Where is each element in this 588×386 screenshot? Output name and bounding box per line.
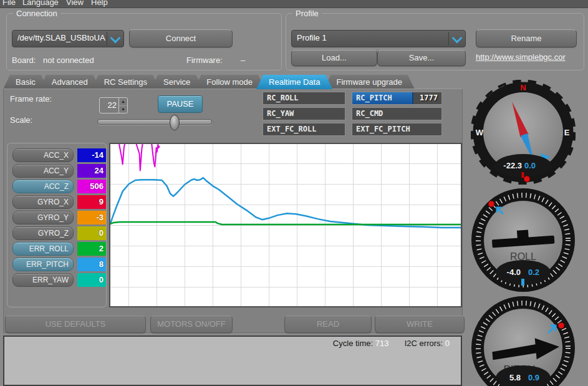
roll-zero-marker (521, 279, 524, 286)
tab-follow-mode[interactable]: Follow mode (194, 75, 265, 89)
compass-west-letter: W (476, 128, 484, 137)
rc-pitch-label: RC_PITCH (356, 92, 392, 104)
board-label: Board: (12, 55, 36, 65)
motors-onoff-button[interactable]: MOTORS ON/OFF (150, 316, 233, 333)
rc-roll-field: RC_ROLL (263, 92, 345, 105)
yaw-target-value: 0.0 (524, 161, 536, 170)
chevron-down-icon (110, 33, 121, 44)
legend-button-acc-z[interactable]: ACC_Z (12, 180, 74, 193)
board-status: not connected (43, 55, 94, 65)
legend-button-acc-y[interactable]: ACC_Y (12, 164, 74, 178)
legend-value-acc-z: 506 (77, 180, 106, 193)
yaw-value: -22.3 (503, 161, 522, 170)
tab-service[interactable]: Service (151, 75, 203, 89)
menu-file[interactable]: File (2, 0, 16, 7)
i2c-errors-label: I2C errors: (405, 339, 443, 348)
legend-button-gyro-z[interactable]: GYRO_Z (12, 226, 74, 240)
pitch-target-value: 0.9 (528, 373, 539, 382)
legend-button-err-roll[interactable]: ERR_ROLL (12, 242, 74, 256)
legend-button-acc-x[interactable]: ACC_X (12, 148, 74, 162)
profile-select[interactable]: Profile 1 (291, 30, 466, 47)
compass-east-letter: E (564, 128, 570, 137)
simplebgc-window: File Language View Help Connection /dev/… (0, 0, 588, 386)
frame-rate-label: Frame rate: (10, 94, 52, 104)
spinner-down-icon[interactable]: ▼ (119, 106, 127, 113)
legend-value-gyro-z: 0 (77, 226, 106, 240)
roll-target-value: 0.2 (528, 268, 539, 277)
roll-gauge: ROLL -4.0 0.2 (471, 188, 576, 292)
red-ball-marker (558, 322, 564, 329)
rc-cmd-field: RC_CMD (352, 107, 442, 120)
legend-value-err-yaw: 0 (77, 273, 106, 287)
menu-help[interactable]: Help (91, 0, 108, 7)
simplebgc-link[interactable]: http://www.simplebgc.cor (476, 52, 582, 62)
ext-fc-roll-label: EXT_FC_ROLL (267, 123, 316, 135)
write-button[interactable]: WRITE (375, 316, 465, 333)
series-legend: ACC_X -14 ACC_Y 24 ACC_Z 506 GYRO_X 9 GY… (7, 143, 107, 307)
legend-value-gyro-x: 9 (77, 195, 106, 209)
status-row: Cycle time: 713 I2C errors: 0 (333, 339, 450, 348)
scale-slider[interactable] (97, 119, 212, 125)
tab-rc-settings[interactable]: RC Settings (92, 75, 160, 89)
ext-fc-pitch-label: EXT_FC_PITCH (356, 123, 410, 135)
tab-realtime-data[interactable]: Realtime Data (256, 75, 332, 89)
rc-roll-label: RC_ROLL (267, 92, 299, 104)
red-ball-marker (524, 176, 530, 182)
port-select-value: /dev/tty.SLAB_USBtoUA... (17, 31, 106, 47)
south-marker (522, 172, 524, 178)
tab-firmware-upgrade[interactable]: Firmware upgrade (324, 75, 415, 89)
connection-groupbox: Connection /dev/tty.SLAB_USBtoUA... Conn… (6, 13, 282, 70)
menu-view[interactable]: View (66, 0, 84, 7)
pause-button[interactable]: PAUSE (158, 95, 203, 113)
status-panel: Cycle time: 713 I2C errors: 0 (3, 335, 462, 386)
roll-value: -4.0 (507, 268, 521, 277)
compass-north-letter: N (520, 83, 526, 92)
legend-value-acc-y: 24 (77, 164, 106, 178)
rename-button[interactable]: Rename (476, 29, 577, 47)
load-button[interactable]: Load... (291, 50, 377, 66)
cycle-time-value: 713 (375, 339, 389, 348)
ext-fc-pitch-field: EXT_FC_PITCH (352, 123, 442, 136)
frame-rate-value: 22 (100, 98, 117, 113)
tab-bar: Basic Advanced RC Settings Service Follo… (3, 75, 410, 89)
realtime-panel: Frame rate: 22 ▲ ▼ PAUSE Scale: RC_ROLL … (3, 89, 463, 333)
realtime-chart (109, 143, 462, 307)
rc-cmd-label: RC_CMD (356, 108, 383, 120)
pitch-gauge: PITCH 5.8 0.9 (471, 296, 576, 386)
legend-value-acc-x: -14 (77, 148, 106, 162)
menu-language[interactable]: Language (22, 0, 59, 7)
port-select[interactable]: /dev/tty.SLAB_USBtoUA... (12, 30, 124, 47)
read-button[interactable]: READ (284, 316, 372, 333)
legend-value-err-pitch: 8 (77, 258, 106, 271)
menu-bar: File Language View Help (0, 0, 588, 8)
gauge-column: N W E -22.3 0.0 ROLL (463, 74, 588, 386)
profile-groupbox: Profile Profile 1 Rename Load... Save...… (286, 13, 584, 70)
save-button[interactable]: Save... (377, 50, 466, 66)
use-defaults-button[interactable]: USE DEFAULTS (5, 316, 146, 333)
frame-rate-spinner[interactable]: 22 ▲ ▼ (99, 97, 128, 113)
yaw-compass-gauge: N W E -22.3 0.0 (471, 80, 576, 185)
legend-button-gyro-y[interactable]: GYRO_Y (12, 211, 74, 224)
red-ball-marker (488, 201, 494, 207)
scale-slider-handle[interactable] (170, 115, 180, 130)
chevron-down-icon (452, 33, 463, 44)
rc-yaw-field: RC_YAW (263, 107, 345, 120)
rc-yaw-label: RC_YAW (267, 108, 294, 120)
legend-button-err-yaw[interactable]: ERR_YAW (12, 273, 74, 287)
legend-value-err-roll: 2 (77, 242, 106, 256)
firmware-value: – (241, 55, 245, 65)
connection-title: Connection (13, 9, 60, 18)
pitch-value: 5.8 (509, 373, 521, 382)
cycle-time-label: Cycle time: (333, 339, 373, 348)
rc-pitch-field: RC_PITCH 1777 (352, 92, 442, 105)
chart-plot-area (110, 144, 461, 306)
ext-fc-roll-field: EXT_FC_ROLL (263, 123, 345, 136)
profile-title: Profile (292, 9, 322, 18)
i2c-errors-value: 0 (445, 339, 450, 348)
legend-button-err-pitch[interactable]: ERR_PITCH (12, 258, 74, 271)
spinner-up-icon[interactable]: ▲ (119, 98, 127, 106)
tab-advanced[interactable]: Advanced (39, 75, 100, 89)
legend-value-gyro-y: -3 (77, 211, 106, 224)
connect-button[interactable]: Connect (129, 29, 233, 47)
legend-button-gyro-x[interactable]: GYRO_X (12, 195, 74, 209)
